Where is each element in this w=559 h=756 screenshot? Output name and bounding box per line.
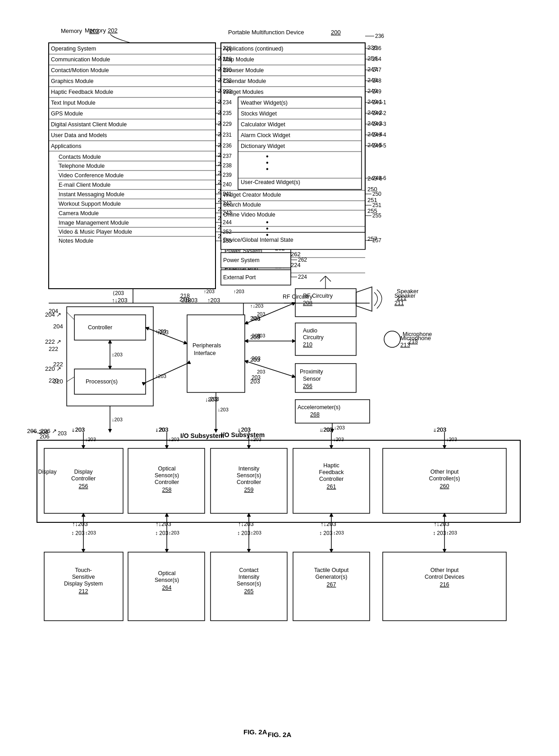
weather-row: Weather Widget(s) bbox=[243, 98, 292, 105]
audio-label: AudioCircuitry210 bbox=[298, 329, 355, 352]
intensity-ctrl-content: IntensitySensor(s)Controller 259 bbox=[214, 453, 285, 512]
haptic-ctrl-content: HapticFeedbackController 261 bbox=[297, 453, 367, 512]
svg-line-356 bbox=[67, 312, 74, 319]
ref-203-lo3: ↕ 203 bbox=[237, 530, 250, 536]
ref-220-label: 220 ↗ bbox=[45, 365, 61, 372]
ref-203-ab1: ↓ 203 bbox=[71, 427, 84, 433]
svg-text:↕203: ↕203 bbox=[446, 530, 457, 535]
rf-label: RF Circuitry208 bbox=[298, 294, 355, 309]
memory-lines bbox=[49, 43, 215, 286]
svg-line-378 bbox=[146, 364, 187, 383]
processor-label: Processor(s) bbox=[84, 379, 138, 386]
ref-203-p4: 203 bbox=[252, 374, 261, 381]
svg-text:↓203: ↓203 bbox=[446, 437, 457, 442]
svg-text:↑203: ↑203 bbox=[234, 289, 244, 294]
power-system-ref2: 262 bbox=[275, 245, 285, 252]
weather-ref: 249-1 bbox=[367, 98, 382, 105]
peripherals-ref: 218 bbox=[179, 296, 189, 303]
svg-text:↑↓203: ↑↓203 bbox=[250, 303, 263, 309]
speaker-label: Speaker211 bbox=[397, 288, 418, 301]
dots-1: ••• bbox=[266, 152, 269, 177]
svg-text:↕203: ↕203 bbox=[112, 352, 123, 357]
ref-204-label: 204 ↗ bbox=[45, 311, 61, 318]
dictionary-ref: 249-5 bbox=[367, 142, 382, 148]
map-ref: 254 bbox=[367, 55, 377, 62]
svg-text:↓203: ↓203 bbox=[251, 437, 261, 442]
svg-text:222: 222 bbox=[49, 346, 58, 352]
optical-sensor-content: OpticalSensor(s)264 bbox=[132, 557, 202, 618]
widget-creator-ref: 250 bbox=[367, 186, 377, 193]
search-row: Search Module bbox=[223, 197, 262, 203]
search-ref: 251 bbox=[367, 197, 377, 203]
online-video-row: Online Video Module bbox=[223, 207, 277, 214]
svg-line-360 bbox=[67, 377, 74, 382]
svg-text:206: 206 bbox=[27, 428, 37, 434]
dictionary-row: Dictionary Widget bbox=[243, 142, 289, 148]
ref-203-hc: ↑↓203 bbox=[321, 521, 336, 527]
svg-marker-350 bbox=[356, 287, 372, 311]
ref-203-lo4: ↕ 203 bbox=[319, 530, 332, 536]
svg-point-351 bbox=[384, 331, 400, 347]
fig-label: FIG. 2A bbox=[239, 731, 320, 738]
ref-203-down: ↓203 bbox=[207, 396, 219, 402]
microphone-label: Microphone213 bbox=[400, 335, 431, 348]
tactile-output-content: Tactile OutputGenerator(s)267 bbox=[297, 557, 367, 618]
ref-203-ab2: ↓ 203 bbox=[155, 427, 168, 433]
svg-text:↓203: ↓203 bbox=[218, 407, 229, 412]
svg-text:↓203: ↓203 bbox=[334, 425, 345, 430]
ref-203-oc: ↑↓203 bbox=[156, 521, 171, 527]
ref-203-oc2: ↑↓203 bbox=[434, 521, 449, 527]
ref-203-1: ↑↓203 bbox=[112, 297, 128, 304]
alarm-ref: 249-4 bbox=[367, 131, 382, 138]
apps-continued-ref: 236 bbox=[367, 44, 377, 51]
power-system-label: Power System bbox=[225, 247, 262, 254]
calendar-row: Calendar Module bbox=[223, 77, 267, 83]
ref-203-lo1: ↕ 203 bbox=[71, 530, 84, 536]
ref-203-ab3: ↓ 203 bbox=[237, 427, 250, 433]
svg-text:↕203: ↕203 bbox=[85, 530, 96, 535]
ref-203-cp: ↕203 bbox=[157, 329, 169, 336]
svg-text:203: 203 bbox=[257, 369, 265, 374]
external-port-ref2: 224 bbox=[275, 263, 285, 270]
svg-text:↑203: ↑203 bbox=[204, 289, 215, 294]
peripherals-label: PeripheralsInterface bbox=[189, 344, 243, 360]
diagram: Memory 202 Portable Multifunction Device… bbox=[0, 0, 559, 756]
ref-203-lo5: ↕ 203 bbox=[433, 530, 446, 536]
other-input-content: Other InputControl Devices 216 bbox=[387, 557, 503, 618]
calculator-row: Calculator Widget bbox=[243, 120, 290, 127]
ref-203-ic: ↑↓203 bbox=[238, 521, 254, 527]
svg-text:200: 200 bbox=[331, 29, 341, 36]
svg-text:↕203: ↕203 bbox=[169, 530, 179, 535]
calendar-ref: 248 bbox=[367, 77, 377, 83]
ref-204: 204 bbox=[53, 323, 63, 330]
widget-modules-ref: 249 bbox=[367, 88, 377, 94]
widget-modules-row: Widget Modules bbox=[223, 88, 265, 94]
widget-creator-row: Widget Creator Module bbox=[223, 186, 283, 193]
ref-203-ab5: ↓ 203 bbox=[433, 427, 446, 433]
ref-203-ab4: ↓ 203 bbox=[319, 427, 332, 433]
ref-203-p2: 203 bbox=[252, 333, 261, 339]
external-port-label: External Port bbox=[225, 265, 258, 272]
stocks-ref: 249-2 bbox=[367, 109, 382, 116]
ref-203-p3: 203 bbox=[252, 355, 261, 362]
display-ctrl-content: DisplayController 256 bbox=[47, 453, 120, 512]
touch-display-content: Touch-SensitiveDisplay System212 bbox=[47, 557, 120, 618]
svg-text:↕203: ↕203 bbox=[156, 373, 166, 379]
svg-text:↓203: ↓203 bbox=[169, 437, 179, 442]
svg-text:Memory: Memory bbox=[61, 28, 82, 34]
bus-203-1: ⟨203 bbox=[113, 290, 124, 296]
svg-text:Portable Multifunction Device: Portable Multifunction Device bbox=[228, 29, 304, 36]
alarm-row: Alarm Clock Widget bbox=[243, 131, 295, 138]
browser-row: Browser Module bbox=[223, 66, 265, 73]
ref-206-label: 206 ↗ bbox=[41, 428, 57, 434]
svg-text:↓203: ↓203 bbox=[85, 437, 96, 442]
controller-label: Controller bbox=[84, 324, 138, 331]
svg-text:↓203: ↓203 bbox=[333, 437, 344, 442]
map-row: Map Module bbox=[223, 55, 255, 62]
io-subsystem-label: I/O Subsystem bbox=[180, 432, 224, 439]
proximity-label: ProximitySensor266 bbox=[298, 368, 355, 391]
accelerometer-label: Accelerometer(s)268 bbox=[298, 403, 369, 418]
memory-ref-label: Memory 202 bbox=[85, 27, 118, 34]
svg-text:↓203: ↓203 bbox=[112, 417, 123, 422]
svg-text:↕203: ↕203 bbox=[333, 530, 344, 535]
